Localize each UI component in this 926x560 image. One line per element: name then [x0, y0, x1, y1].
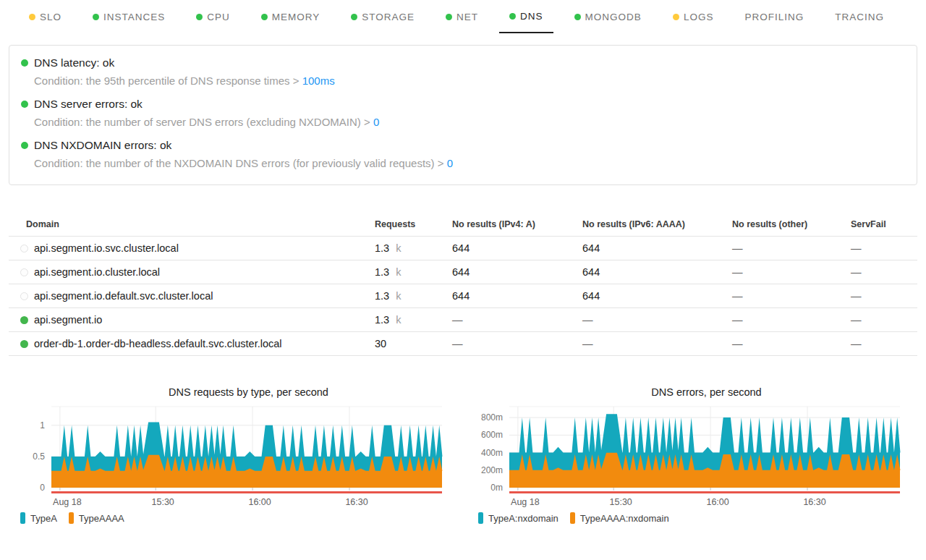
status-title: DNS NXDOMAIN errors: ok — [34, 139, 171, 152]
svg-text:1: 1 — [40, 420, 45, 430]
tab-label: CPU — [207, 12, 230, 22]
cell-noresults-ipv4: 644 — [452, 237, 582, 260]
tab-profiling[interactable]: PROFILING — [734, 0, 814, 33]
cell-servfail: — — [851, 308, 917, 331]
chart-canvas-0[interactable]: 00.51Aug 1815:3016:0016:30 — [12, 402, 456, 509]
tab-dns[interactable]: DNS — [499, 0, 553, 33]
col-requests: Requests — [375, 213, 452, 236]
legend-item-typea-nxdomain[interactable]: TypeA:nxdomain — [478, 512, 558, 524]
status-condition: Condition: the number of server DNS erro… — [34, 114, 905, 130]
chart-title: DNS errors, per second — [470, 386, 914, 398]
status-condition: Condition: the 95th percentile of DNS re… — [34, 73, 905, 88]
legend-label: TypeAAAA:nxdomain — [580, 513, 669, 524]
table-row: api.segment.io.cluster.local1.3k644644—— — [9, 260, 917, 284]
legend-item-typeaaaa[interactable]: TypeAAAA — [69, 512, 124, 524]
svg-text:15:30: 15:30 — [610, 497, 632, 507]
cell-domain: order-db-1.order-db-headless.default.svc… — [9, 332, 375, 355]
requests-value: 1.3 — [375, 242, 389, 254]
cell-noresults-ipv4: 644 — [452, 284, 582, 307]
condition-threshold-link[interactable]: 0 — [373, 116, 379, 128]
tab-instances[interactable]: INSTANCES — [82, 0, 175, 33]
legend-label: TypeA:nxdomain — [488, 513, 558, 524]
svg-text:200m: 200m — [481, 465, 503, 475]
tab-label: MEMORY — [272, 12, 320, 22]
tab-label: DNS — [520, 11, 543, 22]
cell-domain: api.segment.io.cluster.local — [9, 260, 375, 284]
svg-text:16:30: 16:30 — [345, 497, 368, 507]
chart-dns-errors: DNS errors, per second 0m200m400m600m800… — [470, 386, 914, 524]
status-ok-dot — [21, 101, 28, 108]
condition-threshold-link[interactable]: 100ms — [302, 75, 335, 87]
cell-requests: 1.3k — [375, 237, 452, 260]
status-item: DNS NXDOMAIN errors: okCondition: the nu… — [21, 139, 905, 171]
cell-servfail: — — [851, 260, 917, 284]
table-row: api.segment.io1.3k———— — [9, 308, 917, 332]
status-dot-green — [261, 14, 268, 20]
cell-domain: api.segment.io — [9, 308, 375, 331]
cell-noresults-ipv6: 644 — [582, 260, 732, 284]
status-item: DNS server errors: okCondition: the numb… — [21, 98, 905, 130]
cell-domain: api.segment.io.default.svc.cluster.local — [9, 284, 375, 307]
cell-requests: 1.3k — [375, 284, 452, 307]
ok-status-icon — [20, 316, 28, 324]
cell-noresults-ipv6: 644 — [582, 237, 732, 260]
tab-tracing[interactable]: TRACING — [825, 0, 894, 33]
tab-label: INSTANCES — [103, 12, 165, 22]
svg-text:16:00: 16:00 — [706, 497, 729, 507]
cell-noresults-other: — — [732, 308, 851, 331]
cell-noresults-ipv4: — — [452, 332, 582, 355]
cell-noresults-other: — — [732, 284, 851, 307]
cell-requests: 1.3k — [375, 308, 452, 331]
legend-swatch — [478, 512, 483, 524]
tab-cpu[interactable]: CPU — [186, 0, 240, 33]
svg-text:Aug 18: Aug 18 — [511, 497, 540, 507]
chart-title: DNS requests by type, per second — [12, 386, 456, 398]
cell-noresults-other: — — [732, 237, 851, 260]
requests-unit: k — [396, 314, 401, 326]
dns-status-card: DNS latency: okCondition: the 95th perce… — [9, 45, 917, 185]
svg-text:16:00: 16:00 — [248, 497, 271, 507]
status-dot-green — [509, 13, 516, 20]
legend-item-typea[interactable]: TypeA — [20, 512, 57, 524]
tab-mongodb[interactable]: MONGODB — [564, 0, 652, 33]
table-header-row: Domain Requests No results (IPv4: A) No … — [9, 213, 917, 237]
tab-bar: SLOINSTANCESCPUMEMORYSTORAGENETDNSMONGOD… — [0, 0, 926, 33]
tab-logs[interactable]: LOGS — [663, 0, 724, 33]
charts-row: DNS requests by type, per second 00.51Au… — [0, 386, 926, 524]
cell-noresults-ipv6: — — [582, 308, 732, 331]
status-title-row: DNS NXDOMAIN errors: ok — [21, 139, 905, 152]
chart-svg[interactable]: 00.51Aug 1815:3016:0016:30 — [12, 402, 446, 509]
chart-svg[interactable]: 0m200m400m600m800mAug 1815:3016:0016:30 — [470, 402, 904, 509]
chart-legend-1: TypeA:nxdomainTypeAAAA:nxdomain — [470, 512, 914, 524]
status-ok-dot — [21, 142, 28, 149]
unknown-status-icon — [20, 292, 28, 300]
chart-legend-0: TypeATypeAAAA — [12, 512, 456, 524]
tab-label: LOGS — [684, 12, 714, 22]
condition-threshold-link[interactable]: 0 — [447, 157, 453, 169]
requests-value: 1.3 — [375, 314, 389, 326]
cell-noresults-ipv6: 644 — [582, 284, 732, 307]
status-dot-yellow — [673, 14, 679, 20]
legend-label: TypeA — [30, 513, 57, 524]
dns-domains-table: Domain Requests No results (IPv4: A) No … — [9, 213, 917, 356]
tab-slo[interactable]: SLO — [19, 0, 72, 33]
legend-item-typeaaaa-nxdomain[interactable]: TypeAAAA:nxdomain — [570, 512, 669, 524]
table-row: api.segment.io.svc.cluster.local1.3k6446… — [9, 237, 917, 260]
tab-storage[interactable]: STORAGE — [341, 0, 425, 33]
cell-servfail: — — [851, 284, 917, 307]
table-row: order-db-1.order-db-headless.default.svc… — [9, 332, 917, 356]
col-servfail: ServFail — [851, 213, 917, 236]
status-condition: Condition: the number of the NXDOMAIN DN… — [34, 156, 905, 171]
cell-noresults-other: — — [732, 332, 851, 355]
svg-text:0m: 0m — [490, 483, 503, 493]
svg-text:400m: 400m — [481, 448, 503, 458]
tab-net[interactable]: NET — [436, 0, 488, 33]
col-noresults-ipv6: No results (IPv6: AAAA) — [582, 213, 732, 236]
status-ok-dot — [21, 59, 28, 67]
status-dot-green — [446, 14, 452, 20]
tab-memory[interactable]: MEMORY — [251, 0, 331, 33]
cell-noresults-ipv4: 644 — [452, 260, 582, 284]
chart-canvas-1[interactable]: 0m200m400m600m800mAug 1815:3016:0016:30 — [470, 402, 914, 509]
svg-text:16:30: 16:30 — [803, 497, 825, 507]
tab-label: SLO — [40, 12, 61, 22]
